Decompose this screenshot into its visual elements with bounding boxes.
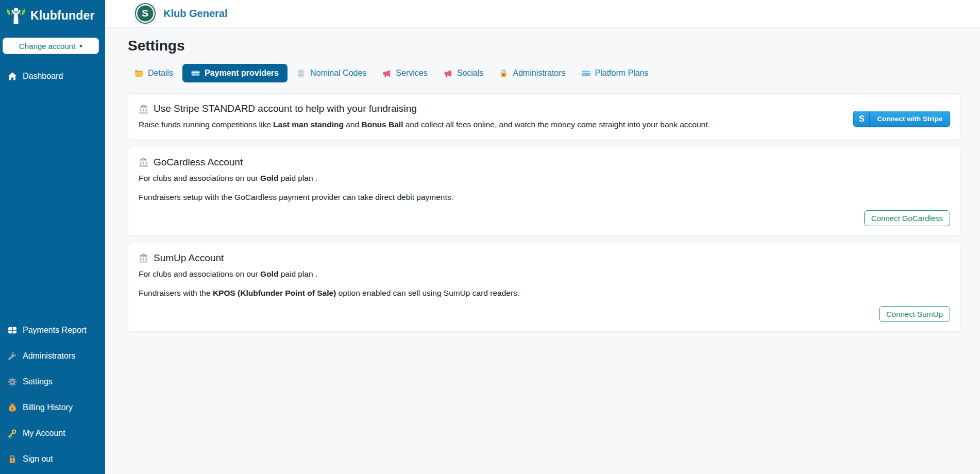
brand-name: Klubfunder [30,9,95,23]
sidebar-item-dashboard[interactable]: Dashboard [0,67,105,85]
card-paragraph: For clubs and associations on our Gold p… [139,269,950,280]
card-actions: Connect SumUp [139,306,950,322]
change-account-label: Change account [19,42,75,50]
lock-icon [8,454,17,464]
connect-gocardless-button[interactable]: Connect GoCardless [864,210,950,226]
bank-icon [139,253,148,263]
lock-icon [499,69,508,78]
card-title: Use Stripe STANDARD account to help with… [139,103,841,114]
sidebar: Klubfunder Change account ▾ Dashboard Pa… [0,0,105,474]
tab-label: Payment providers [205,69,279,78]
table-icon [8,326,17,335]
card-title-text: GoCardless Account [154,157,243,168]
tab-label: Services [396,69,427,78]
card-actions: Connect GoCardless [139,210,950,226]
card-title: GoCardless Account [139,157,950,168]
tab-services[interactable]: Services [376,64,434,82]
gear-icon [8,377,17,386]
club-logo-icon: S [134,3,156,25]
tab-label: Details [148,69,173,78]
sidebar-item-label: Settings [23,377,53,386]
card-title-text: SumUp Account [154,252,224,264]
sidebar-item-label: Sign out [23,454,53,464]
payment-provider-cards: Use Stripe STANDARD account to help with… [128,93,961,332]
key-icon [8,429,17,438]
tab-socials[interactable]: Socials [437,64,491,82]
folder-icon [134,69,143,78]
sidebar-item-label: Payments Report [23,326,87,335]
megaphone-icon [382,69,391,78]
card-use-stripe-standard-account-to-help-with-your-fundraising: Use Stripe STANDARD account to help with… [128,93,961,140]
tab-platform-plans[interactable]: Platform Plans [575,64,655,82]
tab-nominal-codes[interactable]: Nominal Codes [290,64,373,82]
sidebar-item-label: Billing History [23,403,73,412]
connect-sumup-button[interactable]: Connect SumUp [879,306,950,322]
document-icon [297,69,306,78]
header: S Klub General [105,0,980,27]
app-root: Klubfunder Change account ▾ Dashboard Pa… [0,0,980,474]
sidebar-bottom-nav: Payments ReportAdministratorsSettings$Bi… [0,321,105,470]
main-column: S Klub General Settings DetailsPayment p… [105,0,980,474]
card-gocardless-account: GoCardless AccountFor clubs and associat… [128,147,961,236]
card-icon [191,69,200,78]
sidebar-item-sign-out[interactable]: Sign out [0,450,105,468]
stripe-button-label: Connect with Stripe [870,111,950,126]
sidebar-item-my-account[interactable]: My Account [0,425,105,442]
sidebar-item-label: My Account [23,429,65,438]
sidebar-item-payments-report[interactable]: Payments Report [0,321,105,339]
card-content: SumUp AccountFor clubs and associations … [139,252,950,299]
card-paragraph: Fundraisers with the KPOS (Klubfunder Po… [139,288,950,299]
card-paragraph: Fundraisers setup with the GoCardless pa… [139,192,950,203]
sidebar-item-settings[interactable]: Settings [0,373,105,391]
tab-payment-providers[interactable]: Payment providers [182,64,288,82]
home-icon [8,72,17,81]
card-content: GoCardless AccountFor clubs and associat… [139,157,950,203]
card-content: Use Stripe STANDARD account to help with… [139,103,853,130]
caret-down-icon: ▾ [79,43,82,49]
settings-tabs: DetailsPayment providersNominal CodesSer… [128,64,961,82]
settings-page: Settings DetailsPayment providersNominal… [105,27,980,474]
sidebar-item-billing-history[interactable]: $Billing History [0,399,105,416]
wrench-icon [8,351,17,361]
change-account-button[interactable]: Change account ▾ [3,38,99,54]
card-title: SumUp Account [139,252,950,264]
tab-label: Nominal Codes [310,69,366,78]
moneybag-icon: $ [8,403,17,412]
sidebar-item-administrators[interactable]: Administrators [0,347,105,365]
tab-administrators[interactable]: Administrators [493,64,572,82]
megaphone-icon [444,69,452,78]
stripe-s-icon: S [854,111,870,126]
tab-label: Administrators [513,69,565,78]
club-logo-letter: S [142,8,148,19]
page-title: Settings [128,38,961,54]
club-name: Klub General [163,8,227,20]
brand[interactable]: Klubfunder [0,6,105,25]
tab-details[interactable]: Details [128,64,180,82]
connect-with-stripe-button[interactable]: SConnect with Stripe [853,111,950,127]
svg-text:$: $ [11,407,14,411]
card-paragraph: Raise funds running competitions like La… [139,120,841,130]
card-sumup-account: SumUp AccountFor clubs and associations … [128,243,961,332]
sidebar-item-label: Dashboard [23,72,63,81]
tab-label: Platform Plans [595,69,649,78]
tab-label: Socials [457,69,484,78]
klubfunder-logo-icon [5,6,27,25]
bank-icon [139,104,148,114]
sidebar-item-label: Administrators [23,351,75,361]
card-title-text: Use Stripe STANDARD account to help with… [154,103,417,114]
card-icon [582,69,590,78]
card-paragraph: For clubs and associations on our Gold p… [139,173,950,184]
bank-icon [139,157,148,167]
